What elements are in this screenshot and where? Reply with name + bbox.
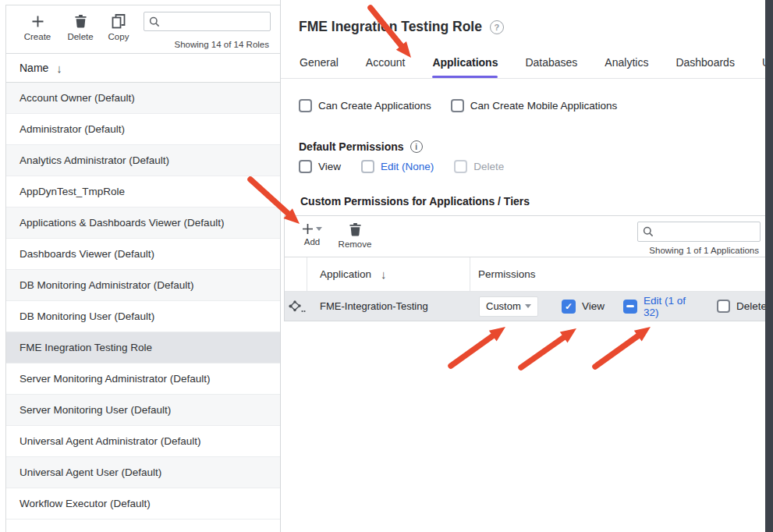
permission-type-dropdown[interactable]: Custom bbox=[479, 296, 538, 317]
role-list-item[interactable]: AppDynTest_TmpRole bbox=[6, 176, 280, 207]
tab[interactable]: Applications bbox=[432, 56, 498, 78]
search-icon bbox=[643, 226, 654, 237]
role-label: Universal Agent Administrator (Default) bbox=[20, 435, 201, 447]
checkbox-icon[interactable] bbox=[361, 160, 374, 173]
applications-table-header: Application ↓ Permissions bbox=[285, 257, 767, 292]
role-label: Workflow Executor (Default) bbox=[20, 498, 151, 509]
roles-search-box bbox=[144, 12, 271, 31]
checkbox-icon[interactable] bbox=[717, 300, 730, 313]
role-list-item[interactable]: Universal Agent User (Default) bbox=[6, 457, 280, 488]
checkbox-icon[interactable] bbox=[451, 99, 464, 112]
checkbox-label: View bbox=[582, 300, 605, 312]
create-option[interactable]: Can Create Mobile Applications bbox=[451, 99, 617, 112]
help-icon[interactable]: ? bbox=[490, 20, 504, 34]
role-list-item[interactable]: DB Monitoring Administrator (Default) bbox=[6, 270, 280, 301]
application-name: FME-Integration-Testing bbox=[307, 300, 470, 312]
checkbox-icon[interactable] bbox=[623, 300, 637, 314]
role-list-item[interactable]: Server Monitoring User (Default) bbox=[6, 395, 280, 426]
roles-list: Account Owner (Default) Administrator (D… bbox=[6, 83, 280, 520]
checkbox-icon[interactable] bbox=[454, 160, 467, 173]
tab[interactable]: Dashboards bbox=[675, 56, 735, 78]
sort-descending-icon[interactable]: ↓ bbox=[56, 62, 62, 75]
remove-application-button[interactable]: Remove bbox=[335, 222, 375, 249]
application-topology-icon bbox=[287, 300, 306, 313]
create-button-label: Create bbox=[24, 32, 51, 41]
role-list-item[interactable]: Analytics Administrator (Default) bbox=[6, 145, 280, 176]
tab[interactable]: Analytics bbox=[605, 56, 648, 78]
role-label: Server Monitoring Administrator (Default… bbox=[20, 373, 211, 385]
row-permission-option[interactable]: Edit (1 of 32) bbox=[623, 295, 695, 318]
role-list-item[interactable]: Workflow Executor (Default) bbox=[6, 488, 280, 520]
add-application-button[interactable]: Add bbox=[299, 222, 325, 246]
role-list-item[interactable]: Applications & Dashboards Viewer (Defaul… bbox=[6, 207, 280, 239]
search-icon bbox=[149, 16, 160, 27]
custom-permissions-toolbar: Add Remove Showing 1 of 1 Applications bbox=[285, 216, 767, 257]
role-list-item[interactable]: FME Inegration Testing Role bbox=[6, 332, 280, 364]
role-label: Server Monitoring User (Default) bbox=[20, 404, 171, 416]
custom-permissions-header: Custom Permissions for Applications / Ti… bbox=[300, 194, 530, 208]
plus-dropdown-icon bbox=[302, 222, 322, 235]
remove-button-label: Remove bbox=[339, 239, 372, 249]
role-label: DB Monitoring User (Default) bbox=[20, 310, 154, 322]
create-application-options: Can Create Applications Can Create Mobil… bbox=[299, 99, 617, 112]
page-title-row: FME Inegration Testing Role ? bbox=[299, 19, 504, 35]
name-column-header[interactable]: Name bbox=[20, 62, 48, 74]
role-label: Administrator (Default) bbox=[20, 123, 125, 135]
role-list-item[interactable]: Administrator (Default) bbox=[6, 114, 280, 145]
roles-count-status: Showing 14 of 14 Roles bbox=[175, 40, 269, 49]
page-title: FME Inegration Testing Role bbox=[299, 19, 482, 35]
default-permission-option[interactable]: View bbox=[299, 160, 341, 173]
application-column-label: Application bbox=[320, 268, 371, 280]
checkbox-label: Can Create Mobile Applications bbox=[470, 100, 617, 112]
roles-toolbar: Create Delete Copy bbox=[6, 5, 280, 54]
copy-role-button[interactable]: Copy bbox=[103, 13, 134, 41]
application-permissions-cell: Custom View Edit bbox=[470, 295, 767, 318]
sort-descending-icon[interactable]: ↓ bbox=[381, 268, 387, 281]
checkbox-label: Delete bbox=[736, 300, 767, 312]
application-column-header[interactable]: Application ↓ bbox=[307, 257, 470, 291]
application-table-row[interactable]: FME-Integration-Testing Custom View bbox=[285, 292, 767, 321]
add-button-label: Add bbox=[304, 237, 320, 246]
role-label: Dashboards Viewer (Default) bbox=[20, 248, 154, 260]
icon-column-header bbox=[285, 257, 307, 291]
create-option[interactable]: Can Create Applications bbox=[299, 99, 431, 112]
applications-count-status: Showing 1 of 1 Applications bbox=[649, 246, 759, 255]
default-permission-option[interactable]: Delete bbox=[454, 160, 504, 173]
tab[interactable]: Account bbox=[366, 56, 406, 78]
checkbox-icon[interactable] bbox=[299, 99, 312, 112]
checkbox-icon[interactable] bbox=[299, 160, 312, 173]
tab[interactable]: General bbox=[300, 56, 339, 78]
role-administration-screen: Create Delete Copy bbox=[0, 0, 773, 532]
row-permission-option[interactable]: View bbox=[562, 300, 605, 314]
role-list-item[interactable]: Account Owner (Default) bbox=[6, 83, 280, 114]
role-list-item[interactable]: Universal Agent Administrator (Default) bbox=[6, 426, 280, 457]
trash-icon bbox=[349, 222, 361, 237]
roles-list-header: Name ↓ bbox=[6, 54, 280, 83]
applications-search-input[interactable] bbox=[654, 226, 755, 237]
role-label: Universal Agent User (Default) bbox=[20, 466, 161, 478]
info-icon[interactable]: i bbox=[410, 140, 423, 153]
roles-panel: Create Delete Copy bbox=[0, 0, 281, 532]
default-permission-option[interactable]: Edit (None) bbox=[361, 160, 434, 173]
checkbox-label: View bbox=[318, 161, 341, 172]
tabs: General Account Applications Databases bbox=[300, 56, 769, 78]
default-permissions-header: Default Permissions i bbox=[299, 140, 423, 153]
tab[interactable]: Databases bbox=[525, 56, 577, 78]
role-list-item[interactable]: DB Monitoring User (Default) bbox=[6, 301, 280, 332]
default-permissions-title: Default Permissions bbox=[299, 140, 404, 153]
roles-search-input[interactable] bbox=[160, 16, 265, 27]
default-permissions-options: View Edit (None) Delete bbox=[299, 160, 504, 173]
role-list-item[interactable]: Dashboards Viewer (Default) bbox=[6, 239, 280, 270]
permissions-column-header: Permissions bbox=[470, 257, 767, 291]
checkbox-label: Delete bbox=[473, 161, 504, 172]
chevron-down-icon bbox=[316, 227, 322, 231]
role-list-item[interactable]: Server Monitoring Administrator (Default… bbox=[6, 364, 280, 395]
role-label: FME Inegration Testing Role bbox=[20, 342, 152, 353]
create-role-button[interactable]: Create bbox=[20, 13, 55, 41]
role-label: DB Monitoring Administrator (Default) bbox=[20, 279, 194, 291]
applications-search-box bbox=[637, 222, 761, 242]
checkbox-icon[interactable] bbox=[562, 300, 576, 314]
row-permission-option[interactable]: Delete bbox=[717, 300, 767, 313]
delete-role-button[interactable]: Delete bbox=[62, 13, 98, 41]
custom-permissions-box: Add Remove Showing 1 of 1 Applications bbox=[284, 215, 768, 321]
